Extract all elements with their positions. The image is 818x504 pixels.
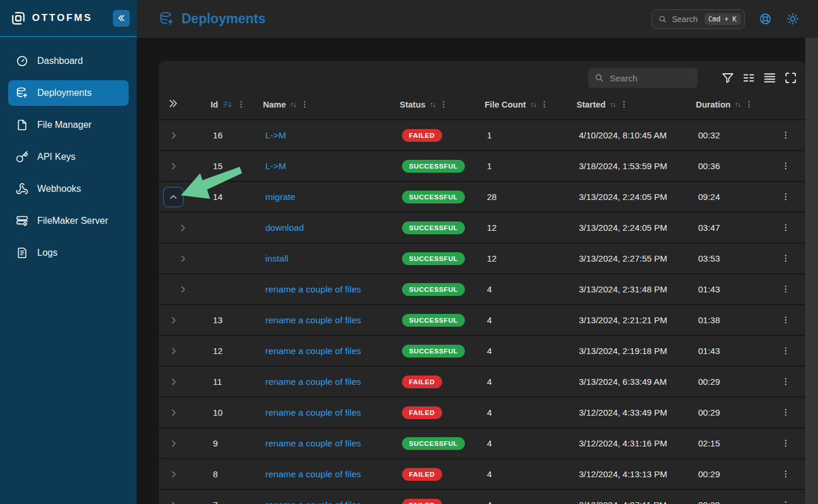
ottofms-logo-icon [10, 10, 26, 26]
vertical-scrollbar[interactable] [805, 38, 818, 504]
duration: 01:43 [696, 284, 766, 294]
sidebar-item-api-keys[interactable]: API Keys [8, 144, 129, 170]
deployment-name-link[interactable]: rename a couple of files [265, 315, 361, 325]
started-timestamp: 4/10/2024, 8:10:45 AM [577, 130, 696, 140]
expand-row-button[interactable] [167, 159, 181, 173]
deployment-name-link[interactable]: rename a couple of files [265, 284, 361, 294]
deployment-name-link[interactable]: L->M [265, 130, 286, 140]
dots-vertical-icon [781, 253, 791, 263]
column-label[interactable]: Started [577, 100, 606, 109]
column-menu-button[interactable] [540, 100, 549, 109]
row-menu-button[interactable] [781, 377, 791, 387]
sort-toggle-icon[interactable]: ↑↓ [530, 101, 536, 109]
status-badge: SUCCESSFUL [402, 314, 465, 327]
theme-toggle-button[interactable] [786, 12, 799, 26]
sorted-desc-icon[interactable] [222, 99, 233, 110]
sidebar-item-logs[interactable]: Logs [8, 240, 129, 266]
sidebar-item-label: Logs [37, 248, 58, 258]
deployment-row: install SUCCESSFUL 12 3/13/2024, 2:27:55… [159, 242, 805, 273]
fullscreen-button[interactable] [784, 71, 798, 85]
sort-toggle-icon[interactable]: ↑↓ [429, 101, 435, 109]
column-label[interactable]: Id [211, 100, 218, 109]
deployment-row-7: 7 rename a couple of files FAILED 4 3/12… [159, 489, 805, 504]
deployment-row: rename a couple of files SUCCESSFUL 4 3/… [159, 273, 805, 304]
expand-row-button[interactable] [167, 313, 181, 327]
deployment-name-link[interactable]: rename a couple of files [265, 346, 361, 356]
row-menu-button[interactable] [781, 161, 791, 171]
row-menu-button[interactable] [781, 408, 791, 417]
sidebar-item-dashboard[interactable]: Dashboard [8, 48, 129, 74]
sidebar-item-deployments[interactable]: Deployments [8, 80, 129, 106]
row-menu-button[interactable] [781, 192, 791, 202]
column-label[interactable]: File Count [485, 100, 526, 109]
row-menu-button[interactable] [781, 223, 791, 233]
table-toolbar: Search [159, 61, 805, 88]
row-menu-button[interactable] [781, 253, 791, 263]
sort-toggle-icon[interactable]: ↑↓ [610, 101, 616, 109]
row-density-button[interactable] [763, 71, 777, 85]
column-menu-button[interactable] [439, 100, 448, 109]
column-label[interactable]: Duration [696, 100, 731, 109]
deployment-name-link[interactable]: rename a couple of files [265, 377, 361, 387]
dots-vertical-icon [540, 100, 549, 109]
deployment-name-link[interactable]: rename a couple of files [265, 408, 361, 417]
deployment-id: 7 [211, 500, 263, 504]
sidebar-item-file-manager[interactable]: File Manager [8, 112, 129, 138]
started-timestamp: 3/13/2024, 2:19:18 PM [577, 346, 696, 356]
started-timestamp: 3/13/2024, 2:24:05 PM [577, 192, 696, 202]
filter-button[interactable] [721, 71, 735, 85]
column-visibility-button[interactable] [742, 71, 756, 85]
expand-row-button[interactable] [167, 498, 181, 504]
expand-row-button[interactable] [176, 221, 190, 235]
row-menu-button[interactable] [781, 500, 791, 504]
expand-row-button[interactable] [167, 344, 181, 358]
row-menu-button[interactable] [781, 438, 791, 448]
deployment-id: 13 [211, 315, 263, 325]
deployment-name-link[interactable]: migrate [265, 192, 296, 202]
table-search-input[interactable]: Search [588, 68, 698, 88]
expand-all-button[interactable] [167, 98, 179, 109]
expand-row-button[interactable] [167, 467, 181, 481]
global-search-input[interactable]: Search Cmd + K [652, 9, 745, 29]
row-menu-button[interactable] [781, 469, 791, 479]
row-menu-button[interactable] [781, 346, 791, 356]
column-label[interactable]: Status [400, 100, 425, 109]
server-gear-icon [16, 215, 29, 227]
expand-row-button[interactable] [176, 252, 190, 266]
column-menu-button[interactable] [300, 100, 309, 109]
column-menu-button[interactable] [237, 100, 246, 109]
duration: 00:29 [696, 469, 766, 479]
expand-row-button[interactable] [167, 437, 181, 451]
sort-toggle-icon[interactable]: ↑↓ [290, 101, 296, 109]
duration: 00:29 [696, 377, 766, 387]
deployment-name-link[interactable]: L->M [265, 161, 286, 171]
expand-row-button[interactable] [167, 128, 181, 142]
row-menu-button[interactable] [781, 284, 791, 294]
deployment-name-link[interactable]: rename a couple of files [265, 500, 361, 504]
sidebar-collapse-button[interactable] [113, 10, 130, 27]
filter-funnel-icon [721, 71, 735, 85]
deployment-name-link[interactable]: install [265, 253, 289, 263]
sidebar-item-webhooks[interactable]: Webhooks [8, 176, 129, 202]
sidebar-item-label: Webhooks [37, 184, 81, 194]
collapse-row-button[interactable] [163, 187, 184, 208]
help-button[interactable] [759, 12, 772, 26]
row-menu-button[interactable] [781, 130, 791, 140]
sidebar-item-filemaker-server[interactable]: FileMaker Server [8, 208, 129, 234]
row-menu-button[interactable] [781, 315, 791, 325]
deployment-name-link[interactable]: rename a couple of files [265, 469, 361, 479]
file-count: 4 [485, 469, 577, 479]
expand-row-button[interactable] [167, 406, 181, 420]
deployment-row-13: 13 rename a couple of files SUCCESSFUL 4… [159, 304, 805, 335]
column-menu-button[interactable] [620, 100, 628, 109]
deployment-name-link[interactable]: download [265, 223, 304, 233]
column-label[interactable]: Name [263, 100, 286, 109]
expand-row-button[interactable] [176, 283, 190, 296]
deployment-row-10: 10 rename a couple of files FAILED 4 3/1… [159, 396, 805, 427]
duration: 03:47 [696, 223, 766, 233]
deployment-name-link[interactable]: rename a couple of files [265, 438, 361, 448]
column-menu-button[interactable] [745, 100, 753, 109]
sort-toggle-icon[interactable]: ↑↓ [735, 101, 741, 109]
chevron-right-icon [168, 407, 180, 419]
expand-row-button[interactable] [167, 375, 181, 389]
